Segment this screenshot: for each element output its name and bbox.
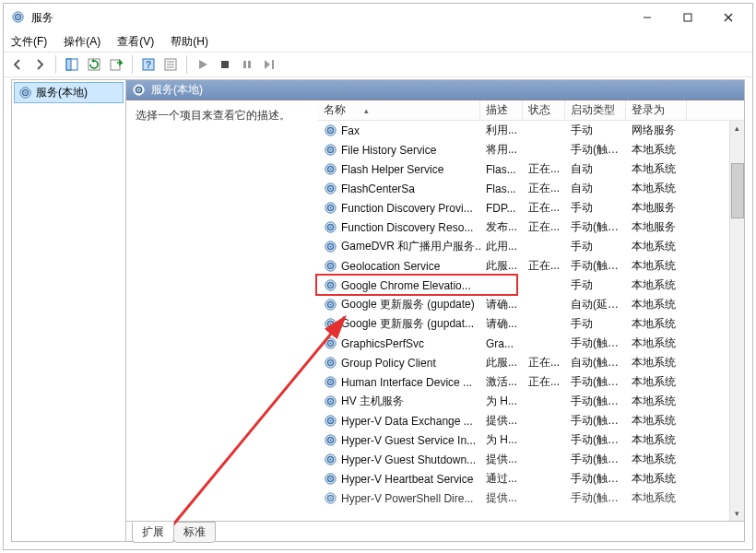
svg-point-50 bbox=[329, 265, 331, 266]
column-startup[interactable]: 启动类型 bbox=[565, 100, 626, 120]
service-status: 正在... bbox=[523, 355, 565, 371]
service-name: Function Discovery Reso... bbox=[341, 221, 473, 234]
service-row[interactable]: Hyper-V Guest Service In...为 H...手动(触发..… bbox=[318, 430, 744, 450]
svg-point-44 bbox=[329, 226, 331, 228]
help-button[interactable]: ? bbox=[138, 54, 159, 75]
svg-point-29 bbox=[329, 129, 331, 131]
service-row[interactable]: Hyper-V PowerShell Dire...提供...手动(触发...本… bbox=[318, 488, 744, 508]
svg-point-83 bbox=[329, 477, 331, 479]
service-startup: 手动(触发... bbox=[565, 335, 626, 351]
tree-root-item[interactable]: 服务(本地) bbox=[14, 82, 124, 103]
menu-view[interactable]: 查看(V) bbox=[115, 32, 156, 52]
vertical-scrollbar[interactable]: ▴ ▾ bbox=[729, 121, 744, 521]
service-row[interactable]: Hyper-V Guest Shutdown...提供...手动(触发...本地… bbox=[318, 450, 744, 469]
service-icon bbox=[324, 394, 337, 408]
service-logon: 网络服务 bbox=[626, 123, 687, 138]
service-row[interactable]: File History Service将用...手动(触发...本地系统 bbox=[318, 140, 744, 159]
service-icon bbox=[324, 336, 337, 350]
toolbar-separator bbox=[55, 55, 56, 74]
maximize-button[interactable] bbox=[667, 5, 708, 30]
service-logon: 本地系统 bbox=[626, 258, 687, 274]
description-pane: 选择一个项目来查看它的描述。 bbox=[126, 100, 318, 521]
service-startup: 手动 bbox=[565, 239, 626, 254]
pane-title: 服务(本地) bbox=[151, 82, 203, 98]
services-icon bbox=[18, 86, 32, 100]
service-icon bbox=[324, 162, 337, 176]
service-row[interactable]: HV 主机服务为 H...手动(触发...本地系统 bbox=[318, 392, 744, 411]
service-startup: 自动 bbox=[565, 161, 626, 177]
minimize-button[interactable] bbox=[627, 5, 667, 30]
tab-extended[interactable]: 扩展 bbox=[132, 522, 174, 543]
service-row[interactable]: Function Discovery Provi...FDP...正在...手动… bbox=[318, 198, 744, 218]
service-logon: 本地系统 bbox=[626, 413, 687, 429]
start-service-button[interactable] bbox=[193, 54, 213, 75]
svg-point-38 bbox=[329, 187, 331, 189]
service-row[interactable]: Geolocation Service此服...正在...手动(触发...本地系… bbox=[318, 256, 744, 276]
refresh-button[interactable] bbox=[84, 54, 104, 75]
menu-file[interactable]: 文件(F) bbox=[9, 32, 49, 52]
export-button[interactable] bbox=[106, 54, 126, 75]
svg-point-77 bbox=[329, 439, 331, 441]
column-headers[interactable]: 名称 ▴ 描述 状态 启动类型 登录为 bbox=[318, 100, 744, 121]
column-logon[interactable]: 登录为 bbox=[626, 100, 687, 120]
service-row[interactable]: Hyper-V Heartbeat Service通过...手动(触发...本地… bbox=[318, 469, 744, 488]
svg-point-35 bbox=[329, 168, 331, 170]
service-row[interactable]: Fax利用...手动网络服务 bbox=[318, 121, 744, 140]
service-row[interactable]: Hyper-V Data Exchange ...提供...手动(触发...本地… bbox=[318, 411, 744, 430]
service-icon bbox=[324, 356, 337, 370]
stop-service-button[interactable] bbox=[215, 54, 235, 75]
scroll-down-icon[interactable]: ▾ bbox=[730, 506, 744, 521]
service-icon bbox=[324, 317, 337, 331]
restart-service-button[interactable] bbox=[259, 54, 279, 75]
service-row[interactable]: GraphicsPerfSvcGra...手动(触发...本地系统 bbox=[318, 334, 744, 353]
forward-button[interactable] bbox=[30, 54, 50, 75]
scrollbar-thumb[interactable] bbox=[731, 163, 744, 218]
svg-rect-8 bbox=[66, 59, 71, 70]
column-description[interactable]: 描述 bbox=[480, 100, 523, 120]
column-status[interactable]: 状态 bbox=[523, 100, 565, 120]
service-startup: 手动(触发... bbox=[565, 471, 626, 487]
show-tree-button[interactable] bbox=[62, 54, 82, 75]
service-status: 正在... bbox=[523, 374, 565, 390]
service-row[interactable]: Google 更新服务 (gupdate)请确...自动(延迟...本地系统 bbox=[318, 295, 744, 314]
service-logon: 本地系统 bbox=[626, 490, 687, 506]
menu-help[interactable]: 帮助(H) bbox=[169, 32, 210, 52]
close-button[interactable] bbox=[708, 5, 749, 30]
tab-standard[interactable]: 标准 bbox=[173, 522, 216, 543]
tree-pane: 服务(本地) bbox=[12, 80, 126, 541]
service-row[interactable]: Google 更新服务 (gupdat...请确...手动本地系统 bbox=[318, 314, 744, 334]
menu-action[interactable]: 操作(A) bbox=[62, 32, 102, 52]
description-hint: 选择一个项目来查看它的描述。 bbox=[136, 109, 290, 122]
service-desc: 提供... bbox=[480, 413, 523, 429]
properties-button[interactable] bbox=[160, 54, 181, 75]
service-name: Hyper-V Heartbeat Service bbox=[341, 473, 473, 486]
toolbar: ? bbox=[4, 52, 752, 77]
svg-point-62 bbox=[329, 342, 331, 344]
service-row[interactable]: Human Interface Device ...激活...正在...手动(触… bbox=[318, 372, 744, 392]
service-startup: 手动(触发... bbox=[565, 142, 626, 158]
service-icon bbox=[324, 491, 337, 505]
scroll-up-icon[interactable]: ▴ bbox=[730, 121, 744, 135]
service-row[interactable]: GameDVR 和广播用户服务...此用...手动本地系统 bbox=[318, 237, 744, 256]
back-button[interactable] bbox=[7, 54, 28, 75]
service-row[interactable]: Group Policy Client此服...正在...自动(触发...本地系… bbox=[318, 353, 744, 372]
service-name: Group Policy Client bbox=[341, 357, 436, 370]
service-icon bbox=[324, 375, 337, 389]
service-logon: 本地系统 bbox=[626, 394, 687, 409]
service-row[interactable]: FlashCenterSaFlas...正在...自动本地系统 bbox=[318, 179, 744, 198]
service-startup: 手动(触发... bbox=[565, 452, 626, 467]
service-row[interactable]: Function Discovery Reso...发布...正在...手动(触… bbox=[318, 218, 744, 237]
service-icon bbox=[324, 143, 337, 157]
svg-point-74 bbox=[329, 419, 331, 421]
service-icon bbox=[324, 278, 337, 292]
service-row[interactable]: Flash Helper ServiceFlas...正在...自动本地系统 bbox=[318, 159, 744, 179]
pause-service-button[interactable] bbox=[237, 54, 257, 75]
svg-point-65 bbox=[329, 361, 331, 363]
service-row[interactable]: Google Chrome Elevatio...手动本地系统 bbox=[318, 276, 744, 295]
service-desc: 提供... bbox=[480, 452, 523, 467]
service-startup: 手动 bbox=[565, 277, 626, 293]
service-startup: 手动 bbox=[565, 200, 626, 216]
column-name[interactable]: 名称 ▴ bbox=[318, 100, 480, 120]
service-name: FlashCenterSa bbox=[341, 182, 415, 195]
svg-rect-18 bbox=[243, 61, 246, 68]
